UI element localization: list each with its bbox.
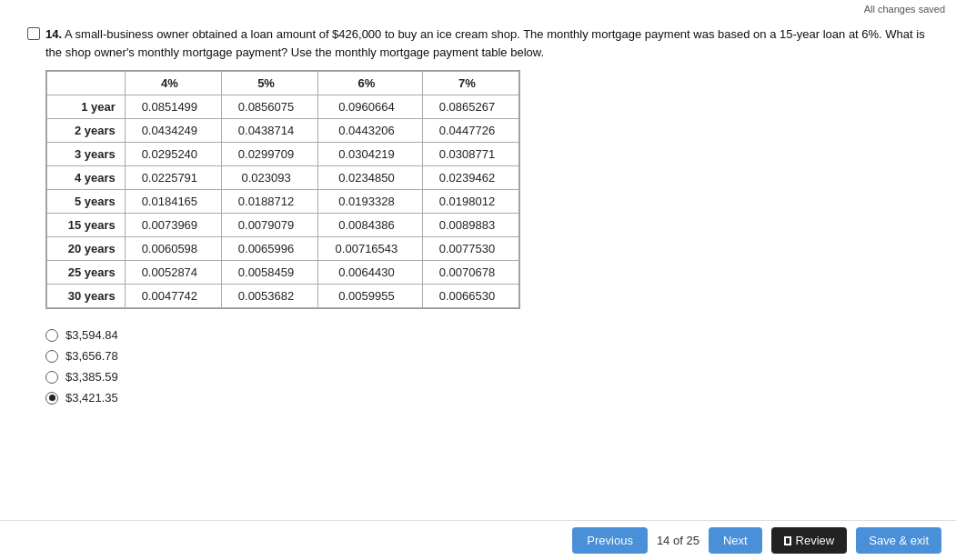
answer-option-c[interactable]: $3,385.59 bbox=[45, 370, 929, 384]
radio-circle-c bbox=[45, 371, 58, 384]
review-label: Review bbox=[796, 534, 835, 547]
mortgage-table: 4% 5% 6% 7% 1 year0.08514990.08560750.09… bbox=[46, 71, 519, 308]
cell-6pct: 0.0304219 bbox=[318, 143, 423, 166]
table-row: 15 years0.00739690.00790790.00843860.008… bbox=[47, 214, 519, 237]
col-header-5pct: 5% bbox=[221, 72, 317, 95]
top-bar: All changes saved bbox=[0, 0, 956, 18]
col-header-6pct: 6% bbox=[318, 72, 423, 95]
col-header-7pct: 7% bbox=[422, 72, 518, 95]
question-number: 14. bbox=[45, 27, 62, 41]
page-info: 14 of 25 bbox=[657, 534, 699, 547]
cell-6pct: 0.00716543 bbox=[318, 237, 423, 261]
cell-4pct: 0.0434249 bbox=[125, 119, 221, 143]
answer-option-b[interactable]: $3,656.78 bbox=[45, 349, 929, 363]
cell-4pct: 0.0047742 bbox=[125, 285, 221, 308]
row-label: 20 years bbox=[47, 237, 126, 261]
option-label-b: $3,656.78 bbox=[65, 349, 118, 363]
cell-5pct: 0.0299709 bbox=[221, 143, 317, 166]
question-area: 14. A small-business owner obtained a lo… bbox=[0, 18, 956, 410]
option-label-c: $3,385.59 bbox=[65, 370, 118, 384]
save-status: All changes saved bbox=[864, 4, 945, 15]
cell-6pct: 0.0193328 bbox=[318, 190, 423, 214]
review-button[interactable]: Review bbox=[771, 527, 848, 554]
cell-6pct: 0.0064430 bbox=[318, 261, 423, 285]
cell-7pct: 0.0865267 bbox=[422, 95, 518, 119]
row-label: 15 years bbox=[47, 214, 126, 237]
radio-circle-a bbox=[45, 329, 58, 342]
question-header: 14. A small-business owner obtained a lo… bbox=[27, 25, 929, 61]
cell-4pct: 0.0073969 bbox=[125, 214, 221, 237]
cell-5pct: 0.0856075 bbox=[221, 95, 317, 119]
table-row: 30 years0.00477420.00536820.00599550.006… bbox=[47, 285, 519, 308]
col-header-4pct: 4% bbox=[125, 72, 221, 95]
cell-4pct: 0.0295240 bbox=[125, 143, 221, 166]
table-row: 20 years0.00605980.00659960.007165430.00… bbox=[47, 237, 519, 261]
cell-5pct: 0.0438714 bbox=[221, 119, 317, 143]
table-row: 5 years0.01841650.01887120.01933280.0198… bbox=[47, 190, 519, 214]
row-label: 5 years bbox=[47, 190, 126, 214]
row-label: 30 years bbox=[47, 285, 126, 308]
question-text: 14. A small-business owner obtained a lo… bbox=[45, 25, 929, 61]
review-icon bbox=[784, 536, 791, 545]
cell-7pct: 0.0239462 bbox=[422, 166, 518, 190]
table-row: 25 years0.00528740.00584590.00644300.007… bbox=[47, 261, 519, 285]
bottom-bar: Previous 14 of 25 Next Review Save & exi… bbox=[0, 520, 956, 560]
save-exit-button[interactable]: Save & exit bbox=[856, 527, 941, 554]
cell-5pct: 0.0065996 bbox=[221, 237, 317, 261]
row-label: 4 years bbox=[47, 166, 126, 190]
row-label: 3 years bbox=[47, 143, 126, 166]
table-row: 1 year0.08514990.08560750.09606640.08652… bbox=[47, 95, 519, 119]
row-label: 2 years bbox=[47, 119, 126, 143]
cell-7pct: 0.0089883 bbox=[422, 214, 518, 237]
col-header-label bbox=[47, 72, 126, 95]
answer-option-d[interactable]: $3,421.35 bbox=[45, 391, 929, 405]
cell-4pct: 0.0060598 bbox=[125, 237, 221, 261]
option-label-a: $3,594.84 bbox=[65, 328, 118, 342]
cell-6pct: 0.0960664 bbox=[318, 95, 423, 119]
cell-5pct: 0.023093 bbox=[221, 166, 317, 190]
cell-6pct: 0.0234850 bbox=[318, 166, 423, 190]
cell-6pct: 0.0443206 bbox=[318, 119, 423, 143]
table-row: 2 years0.04342490.04387140.04432060.0447… bbox=[47, 119, 519, 143]
cell-7pct: 0.0066530 bbox=[422, 285, 518, 308]
cell-7pct: 0.0447726 bbox=[422, 119, 518, 143]
question-body: A small-business owner obtained a loan a… bbox=[45, 27, 925, 59]
cell-5pct: 0.0058459 bbox=[221, 261, 317, 285]
cell-4pct: 0.0052874 bbox=[125, 261, 221, 285]
next-button[interactable]: Next bbox=[709, 527, 762, 554]
row-label: 1 year bbox=[47, 95, 126, 119]
cell-7pct: 0.0308771 bbox=[422, 143, 518, 166]
cell-7pct: 0.0070678 bbox=[422, 261, 518, 285]
cell-4pct: 0.0184165 bbox=[125, 190, 221, 214]
answer-option-a[interactable]: $3,594.84 bbox=[45, 328, 929, 342]
table-row: 4 years0.02257910.0230930.02348500.02394… bbox=[47, 166, 519, 190]
cell-7pct: 0.0077530 bbox=[422, 237, 518, 261]
cell-5pct: 0.0053682 bbox=[221, 285, 317, 308]
table-row: 3 years0.02952400.02997090.03042190.0308… bbox=[47, 143, 519, 166]
cell-6pct: 0.0084386 bbox=[318, 214, 423, 237]
cell-7pct: 0.0198012 bbox=[422, 190, 518, 214]
answer-options: $3,594.84$3,656.78$3,385.59$3,421.35 bbox=[45, 328, 929, 405]
question-checkbox[interactable] bbox=[27, 27, 40, 40]
table-header-row: 4% 5% 6% 7% bbox=[47, 72, 519, 95]
previous-button[interactable]: Previous bbox=[572, 527, 648, 554]
radio-circle-b bbox=[45, 350, 58, 363]
cell-4pct: 0.0225791 bbox=[125, 166, 221, 190]
cell-5pct: 0.0079079 bbox=[221, 214, 317, 237]
cell-5pct: 0.0188712 bbox=[221, 190, 317, 214]
mortgage-table-container: 4% 5% 6% 7% 1 year0.08514990.08560750.09… bbox=[45, 70, 520, 309]
cell-4pct: 0.0851499 bbox=[125, 95, 221, 119]
cell-6pct: 0.0059955 bbox=[318, 285, 423, 308]
option-label-d: $3,421.35 bbox=[65, 391, 118, 405]
radio-circle-d bbox=[45, 392, 58, 405]
row-label: 25 years bbox=[47, 261, 126, 285]
